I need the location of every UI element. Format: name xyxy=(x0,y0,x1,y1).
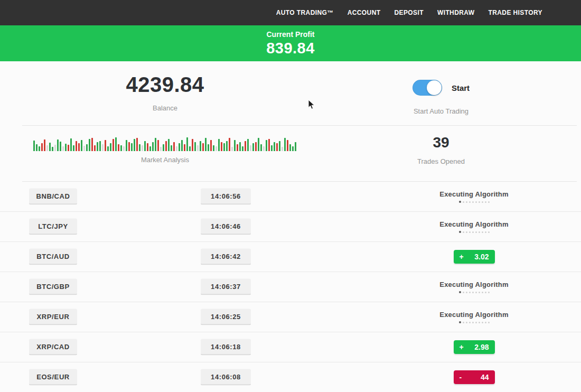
result-sign: + xyxy=(460,343,464,351)
trade-status: Executing Algorithm xyxy=(417,272,531,302)
progress-dot xyxy=(488,322,490,323)
chart-bar xyxy=(213,145,214,151)
result-sign: - xyxy=(460,373,462,381)
chart-bar xyxy=(292,146,294,151)
chart-bar xyxy=(41,143,43,151)
top-nav: AUTO TRADING™ACCOUNTDEPOSITWITHDRAWTRADE… xyxy=(0,0,581,25)
chart-bar xyxy=(210,140,212,151)
progress-dot xyxy=(472,292,474,293)
nav-item-withdraw[interactable]: WITHDRAW xyxy=(437,9,475,16)
chart-bar xyxy=(239,142,241,151)
chart-bar xyxy=(189,146,191,151)
result-value: 44 xyxy=(481,373,489,381)
chart-bar xyxy=(184,144,185,151)
chart-bar xyxy=(226,141,228,151)
progress-dot xyxy=(472,201,474,203)
progress-dot xyxy=(459,201,461,203)
progress-dot xyxy=(463,322,464,323)
trade-status: +3.02 xyxy=(417,242,531,272)
balance-label: Balance xyxy=(0,104,330,112)
progress-dots xyxy=(459,291,490,293)
chart-bar xyxy=(115,137,117,151)
progress-dot xyxy=(463,292,464,293)
progress-dot xyxy=(479,201,480,203)
progress-dot xyxy=(459,321,461,323)
chart-bar xyxy=(205,138,207,151)
result-value: 2.98 xyxy=(474,343,489,351)
chart-bar xyxy=(260,144,262,151)
pair-badge: LTC/JPY xyxy=(29,219,77,235)
chart-bar xyxy=(78,143,80,151)
progress-dot xyxy=(469,292,471,293)
chart-bar xyxy=(86,144,88,151)
chart-bar xyxy=(118,144,119,151)
progress-dot xyxy=(466,322,467,323)
progress-dot xyxy=(459,231,461,233)
nav-item-deposit[interactable]: DEPOSIT xyxy=(394,9,423,16)
trades-opened-label: Trades Opened xyxy=(330,157,552,165)
progress-dot xyxy=(482,322,483,323)
progress-dot xyxy=(479,231,480,233)
trade-row: EOS/EUR14:06:08-44 xyxy=(0,362,581,392)
chart-bar xyxy=(215,146,217,151)
chart-bar xyxy=(128,142,130,151)
chart-bar xyxy=(258,138,259,151)
progress-dot xyxy=(472,322,474,323)
trade-row: BTC/AUD14:06:42+3.02 xyxy=(0,242,581,272)
chart-bar xyxy=(152,142,154,151)
progress-dot xyxy=(466,201,467,203)
chart-bar xyxy=(276,143,278,151)
chart-bar xyxy=(168,139,170,151)
current-profit-banner: Current Profit 839.84 xyxy=(0,25,581,61)
chart-bar xyxy=(242,146,243,151)
balance-value: 4239.84 xyxy=(0,73,330,97)
chart-bar xyxy=(197,145,199,151)
progress-dot xyxy=(488,292,490,293)
chart-bar xyxy=(274,142,275,151)
chart-bar xyxy=(94,145,96,151)
progress-dot xyxy=(475,292,477,293)
chart-bar xyxy=(76,141,77,151)
nav-item-trade-history[interactable]: TRADE HISTORY xyxy=(488,9,542,16)
chart-bar xyxy=(163,144,164,151)
pair-badge: XRP/CAD xyxy=(29,339,77,356)
chart-bar xyxy=(155,138,156,151)
chart-bar xyxy=(234,140,236,151)
executing-algorithm-label: Executing Algorithm xyxy=(439,220,508,228)
account-stats-section: 4239.84 Balance Start Start Auto Trading xyxy=(0,61,581,125)
pair-badge: EOS/EUR xyxy=(29,369,77,386)
chart-bar xyxy=(142,145,143,151)
trade-status: Executing Algorithm xyxy=(417,182,531,211)
nav-item-account[interactable]: ACCOUNT xyxy=(348,9,381,16)
auto-trading-toggle[interactable] xyxy=(413,80,442,96)
chart-bar xyxy=(44,139,45,151)
trade-status: -44 xyxy=(417,362,531,392)
trade-row: BTC/GBP14:06:37Executing Algorithm xyxy=(0,272,581,302)
progress-dot xyxy=(482,231,483,233)
progress-dot xyxy=(485,201,486,203)
chart-bar xyxy=(279,141,280,151)
current-profit-value: 839.84 xyxy=(266,40,315,57)
pair-badge: BTC/GBP xyxy=(29,279,77,295)
chart-bar xyxy=(194,142,196,151)
time-badge: 14:06:18 xyxy=(201,339,251,356)
chart-bar xyxy=(113,139,114,151)
progress-dot xyxy=(469,322,471,323)
profit-badge: +2.98 xyxy=(454,340,495,354)
chart-bar xyxy=(149,146,151,151)
chart-bar xyxy=(231,147,233,151)
chart-bar xyxy=(171,145,172,151)
chart-bar xyxy=(160,147,162,151)
trade-row: XRP/CAD14:06:18+2.98 xyxy=(0,332,581,362)
trade-list: BNB/CAD14:06:56Executing AlgorithmLTC/JP… xyxy=(0,182,581,392)
chart-bar xyxy=(57,139,59,151)
progress-dot xyxy=(485,292,486,293)
market-analysis-block: Market Analysis xyxy=(0,126,330,181)
chart-bar xyxy=(186,137,188,151)
chart-bar xyxy=(173,142,175,151)
progress-dot xyxy=(469,231,471,233)
profit-badge: +3.02 xyxy=(454,250,495,264)
chart-bar xyxy=(99,141,101,151)
nav-item-auto-trading[interactable]: AUTO TRADING™ xyxy=(276,9,334,16)
chart-bar xyxy=(179,143,180,151)
